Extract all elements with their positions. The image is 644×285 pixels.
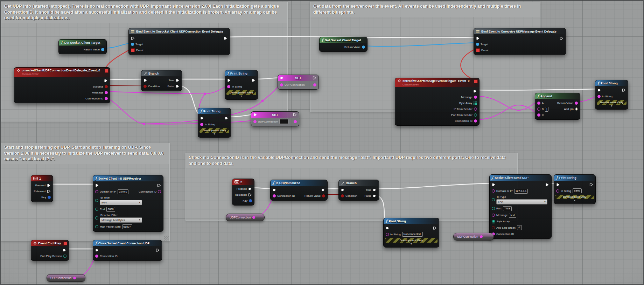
ip-type-pin[interactable] [95, 199, 98, 202]
in-string-pin[interactable] [556, 189, 559, 193]
add-line-break-checkbox[interactable] [517, 225, 522, 230]
return-value-pin[interactable] [322, 194, 325, 197]
ip-type-dropdown[interactable]: IPv4 [100, 200, 142, 205]
append-b-value-input[interactable]: | [545, 107, 548, 112]
exec-out-pin[interactable] [293, 113, 297, 117]
exec-in-pin[interactable] [341, 188, 345, 192]
in-string-pin[interactable] [227, 85, 230, 88]
exec-out-pin[interactable] [252, 78, 255, 82]
return-value-pin[interactable] [575, 102, 578, 105]
collapse-arrow-icon[interactable] [198, 133, 231, 136]
collapse-arrow-icon[interactable] [554, 199, 595, 202]
node-branch-1[interactable]: Branch True Condition False [141, 70, 182, 91]
node-custom-event-udp-connection[interactable]: onsocketClientUDPConnectionEventDelegate… [14, 67, 110, 103]
node-print-string-send[interactable]: ƒPrint String In StringSend Development … [554, 174, 596, 204]
node-branch-2[interactable]: Branch True Condition False [338, 180, 379, 201]
domain-or-ip-input[interactable]: 127.0.0.1 [514, 189, 528, 194]
return-value-pin[interactable] [362, 46, 365, 49]
target-pin[interactable] [131, 43, 134, 46]
in-string-pin[interactable] [200, 123, 203, 126]
false-exec-pin[interactable] [176, 84, 180, 88]
in-string-input[interactable]: Send [573, 188, 582, 193]
node-get-socket-client-target-1[interactable]: ƒGet Socket Client Target Return Value [58, 39, 107, 54]
exec-out-pin[interactable] [224, 36, 227, 40]
byte-array-pin[interactable] [474, 102, 477, 105]
exec-out-pin[interactable] [157, 183, 161, 187]
connection-id-pin[interactable] [273, 194, 276, 197]
node-bind-event-udp-connection[interactable]: Bind Event to Onsocket Client UDPConnect… [128, 28, 230, 55]
delegate-square-pin[interactable] [105, 69, 108, 73]
node-set-udpconnection-2[interactable]: SET UDPConnection [251, 111, 299, 126]
node-print-string-2[interactable]: ƒPrint String In String Development Only [198, 108, 231, 138]
node-append[interactable]: ƒAppend A Return Value B| Add pin✚ C [535, 93, 580, 120]
message-pin[interactable] [492, 214, 495, 217]
false-exec-pin[interactable] [373, 194, 377, 198]
domain-or-ip-pin[interactable] [95, 190, 98, 193]
collapse-arrow-icon[interactable] [384, 243, 439, 246]
true-exec-pin[interactable] [373, 188, 377, 192]
append-c-pin[interactable] [537, 113, 540, 117]
delegate-square-pin[interactable] [474, 79, 478, 83]
append-a-pin[interactable] [537, 102, 540, 105]
node-set-udpconnection-1[interactable]: SET UDPConnection [278, 75, 319, 90]
client-connection-id-pin[interactable] [474, 119, 477, 123]
in-string-pin[interactable] [597, 95, 601, 98]
node-print-string-not-connected[interactable]: ƒPrint String In StringNot connected. De… [383, 218, 439, 248]
max-packet-size-input[interactable]: 65507 [122, 224, 132, 229]
exec-in-pin[interactable] [597, 88, 601, 92]
ip-from-sender-pin[interactable] [474, 107, 477, 111]
node-event-end-play[interactable]: Event End Play End Play Reason [31, 240, 69, 261]
exec-in-pin[interactable] [227, 78, 231, 82]
node-key-event-1[interactable]: 1 Pressed Released Key [31, 175, 53, 202]
node-custom-event-udp-message[interactable]: onreceiveUDPMessageEventDelegate_Event_0… [395, 78, 479, 126]
exec-in-pin[interactable] [253, 113, 257, 117]
client-connection-id-pin[interactable] [105, 97, 108, 100]
domain-or-ip-pin[interactable] [492, 189, 495, 193]
exec-in-pin[interactable] [131, 36, 135, 40]
ip-type-pin[interactable] [492, 198, 495, 201]
max-packet-size-pin[interactable] [95, 225, 98, 228]
exec-in-pin[interactable] [200, 116, 204, 120]
byte-array-pin[interactable] [492, 220, 495, 223]
exec-in-pin[interactable] [476, 36, 480, 40]
exec-in-pin[interactable] [386, 226, 390, 230]
port-input[interactable]: 8888 [106, 207, 115, 212]
variable-out-pin[interactable] [252, 216, 255, 219]
node-socket-client-send-udp[interactable]: ƒSocket Client Send UDP Domain or IP127.… [489, 174, 552, 239]
node-get-socket-client-target-2[interactable]: ƒGet Socket Client Target Return Value [319, 37, 368, 52]
node-print-string-1[interactable]: ƒPrint String In String Development Only [225, 70, 258, 100]
port-pin[interactable] [492, 207, 495, 210]
exec-out-pin[interactable] [622, 88, 626, 92]
add-line-break-pin[interactable] [492, 226, 495, 229]
key-pin[interactable] [249, 199, 252, 202]
receive-filter-pin[interactable] [95, 216, 98, 220]
comment-resize-handle[interactable] [164, 236, 169, 241]
exec-out-pin[interactable] [225, 116, 229, 120]
exec-out-pin[interactable] [313, 76, 316, 80]
released-exec-pin[interactable] [47, 189, 51, 193]
exec-in-pin[interactable] [556, 183, 560, 187]
message-input[interactable]: test [509, 213, 516, 218]
in-string-pin[interactable] [386, 233, 389, 236]
node-print-string-3[interactable]: ƒPrint String In String Development Only [595, 80, 628, 110]
exec-out-pin[interactable] [473, 89, 477, 93]
blueprint-canvas[interactable]: Get UDP info (started, stopped). There i… [0, 0, 644, 285]
node-close-socket-client-connection[interactable]: ƒClose Socket Client Connection UDP Conn… [93, 240, 162, 261]
released-exec-pin[interactable] [248, 193, 252, 197]
message-pin[interactable] [474, 96, 477, 99]
collapse-arrow-icon[interactable] [595, 105, 628, 108]
variable-pill-udpconnection-2[interactable]: UDPConnection [226, 214, 265, 221]
exec-in-pin[interactable] [273, 188, 276, 192]
add-pin-icon[interactable]: ✚ [575, 107, 578, 111]
target-pin[interactable] [476, 43, 479, 46]
delegate-square-pin[interactable] [63, 242, 67, 245]
node-bind-event-udp-message[interactable]: Bind Event to Onreceive UDPMessage Event… [474, 28, 566, 55]
end-play-reason-pin[interactable] [63, 255, 66, 258]
message-pin[interactable] [105, 91, 108, 94]
exec-out-pin[interactable] [104, 79, 108, 83]
exec-out-pin[interactable] [545, 183, 549, 187]
udpconnection-in-pin[interactable] [280, 83, 283, 86]
key-pin[interactable] [48, 196, 51, 199]
exec-in-pin[interactable] [492, 183, 496, 187]
in-string-input[interactable]: Not connected. [402, 232, 423, 237]
